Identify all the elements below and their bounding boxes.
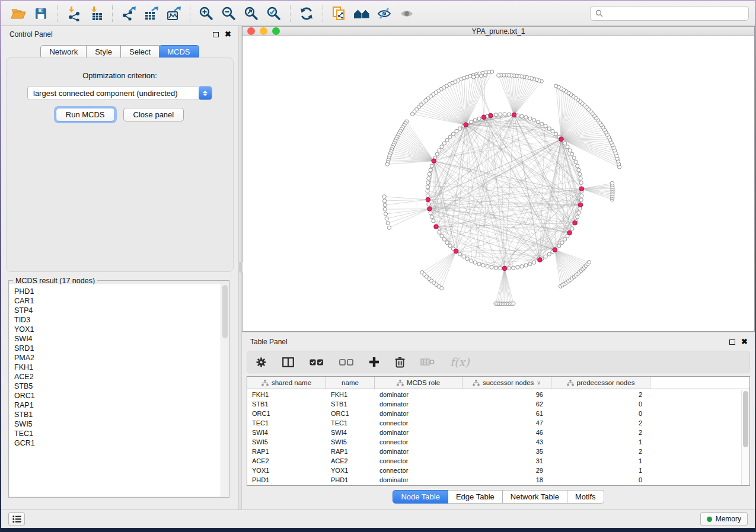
mcds-result-list[interactable]: PHD1CAR1STP4TID3YOX1SWI4SRD1PMA2FKH1ACE2… xyxy=(9,284,221,496)
graph-hub-node[interactable] xyxy=(567,230,572,235)
graph-node[interactable] xyxy=(499,267,502,270)
float-panel-icon[interactable] xyxy=(729,339,735,345)
tab-select[interactable]: Select xyxy=(121,45,160,59)
cell-successor-nodes[interactable]: 31 xyxy=(462,457,551,464)
graph-node[interactable] xyxy=(429,168,432,172)
open-folder-button[interactable] xyxy=(9,4,28,23)
graph-hub-node[interactable] xyxy=(559,137,564,142)
graph-node[interactable] xyxy=(438,149,441,152)
graph-node[interactable] xyxy=(512,302,515,305)
export-network-button[interactable] xyxy=(119,4,138,23)
graph-node[interactable] xyxy=(547,127,551,130)
cell-name[interactable]: SWI5 xyxy=(326,438,375,446)
float-panel-icon[interactable] xyxy=(213,32,219,37)
graph-node[interactable] xyxy=(494,113,497,117)
close-panel-icon[interactable]: ✖ xyxy=(225,31,231,37)
search-input[interactable] xyxy=(603,9,744,18)
graph-node[interactable] xyxy=(577,211,580,214)
graph-node[interactable] xyxy=(481,264,485,267)
graph-node[interactable] xyxy=(455,129,458,133)
cell-name[interactable]: PHD1 xyxy=(326,476,375,483)
cell-shared-name[interactable]: SWI4 xyxy=(247,429,326,436)
graph-node[interactable] xyxy=(578,172,582,176)
graph-node[interactable] xyxy=(528,117,532,120)
graph-node[interactable] xyxy=(428,172,431,176)
graph-node[interactable] xyxy=(576,215,579,219)
cell-predecessor-nodes[interactable]: 2 xyxy=(551,429,650,436)
mcds-result-item[interactable]: TEC1 xyxy=(14,429,221,438)
table-settings-button[interactable] xyxy=(256,357,267,368)
export-image-button[interactable] xyxy=(164,4,183,23)
export-table-button[interactable] xyxy=(142,4,161,23)
graph-node[interactable] xyxy=(566,145,569,149)
run-mcds-button[interactable]: Run MCDS xyxy=(56,108,115,121)
mcds-result-item[interactable]: FKH1 xyxy=(14,363,221,372)
zoom-out-button[interactable] xyxy=(219,4,238,23)
table-row[interactable]: PHD1PHD1dominator180 xyxy=(247,475,741,485)
scrollbar-thumb[interactable] xyxy=(222,285,228,338)
graph-node[interactable] xyxy=(483,73,487,77)
mcds-result-item[interactable]: STB5 xyxy=(14,382,221,391)
cell-MCDS-role[interactable]: connector xyxy=(375,467,462,474)
close-panel-icon[interactable]: ✖ xyxy=(741,339,748,345)
cell-successor-nodes[interactable]: 29 xyxy=(462,467,551,474)
cell-MCDS-role[interactable]: dominator xyxy=(375,429,462,436)
graph-node[interactable] xyxy=(579,198,583,201)
graph-node[interactable] xyxy=(473,261,477,264)
cell-successor-nodes[interactable]: 43 xyxy=(462,438,551,446)
graph-node[interactable] xyxy=(438,230,441,234)
graph-node[interactable] xyxy=(486,265,489,268)
cell-predecessor-nodes[interactable]: 0 xyxy=(551,476,650,483)
graph-node[interactable] xyxy=(426,190,429,193)
panel-splitter[interactable] xyxy=(238,26,242,509)
graph-hub-node[interactable] xyxy=(512,113,516,117)
cell-MCDS-role[interactable]: dominator xyxy=(375,476,462,483)
graph-node[interactable] xyxy=(477,117,481,120)
cell-predecessor-nodes[interactable]: 2 xyxy=(551,391,650,398)
graph-node[interactable] xyxy=(563,238,567,241)
cell-name[interactable]: RAP1 xyxy=(326,448,375,455)
graph-node[interactable] xyxy=(442,238,446,241)
graph-node[interactable] xyxy=(507,113,511,116)
graph-node[interactable] xyxy=(473,118,477,122)
graph-hub-node[interactable] xyxy=(578,203,583,207)
graph-node[interactable] xyxy=(580,194,583,197)
cell-successor-nodes[interactable]: 18 xyxy=(462,476,551,483)
graph-node[interactable] xyxy=(511,266,515,270)
mcds-result-item[interactable]: SRD1 xyxy=(14,344,221,353)
memory-button[interactable]: Memory xyxy=(700,512,748,525)
cell-name[interactable]: TEC1 xyxy=(326,419,375,427)
graph-node[interactable] xyxy=(547,252,551,256)
graph-node[interactable] xyxy=(516,265,519,269)
graph-node[interactable] xyxy=(451,132,455,136)
cell-shared-name[interactable]: STB1 xyxy=(247,400,326,408)
table-row[interactable]: ORC1ORC1dominator610 xyxy=(247,409,741,418)
graph-node[interactable] xyxy=(532,118,536,122)
graph-node[interactable] xyxy=(570,227,574,230)
mcds-result-item[interactable]: PHD1 xyxy=(14,287,221,296)
tab-node-table[interactable]: Node Table xyxy=(393,490,448,504)
table-row[interactable]: ACE2ACE2connector311 xyxy=(247,456,741,466)
network-graph[interactable] xyxy=(243,36,753,329)
cell-predecessor-nodes[interactable]: 0 xyxy=(551,400,650,408)
graph-hub-node[interactable] xyxy=(502,266,507,271)
cell-shared-name[interactable]: RAP1 xyxy=(247,448,326,455)
tab-style[interactable]: Style xyxy=(87,45,121,59)
graph-node[interactable] xyxy=(429,211,432,214)
graph-hub-node[interactable] xyxy=(432,159,436,164)
graph-node[interactable] xyxy=(577,168,580,172)
show-selection-button[interactable] xyxy=(397,4,416,23)
column-header-shared-name[interactable]: shared name xyxy=(247,377,326,389)
cell-shared-name[interactable]: YOX1 xyxy=(247,467,326,474)
cell-shared-name[interactable]: SWI5 xyxy=(247,438,326,446)
graph-node[interactable] xyxy=(440,234,444,238)
scrollbar-thumb[interactable] xyxy=(743,391,748,447)
mcds-result-item[interactable]: PMA2 xyxy=(14,353,221,363)
mcds-result-item[interactable]: TID3 xyxy=(14,315,221,325)
graph-node[interactable] xyxy=(497,73,500,77)
graph-node[interactable] xyxy=(471,75,475,79)
delete-column-button[interactable] xyxy=(395,357,405,368)
add-column-button[interactable] xyxy=(369,357,379,367)
graph-node[interactable] xyxy=(440,286,444,290)
graph-node[interactable] xyxy=(544,124,547,128)
